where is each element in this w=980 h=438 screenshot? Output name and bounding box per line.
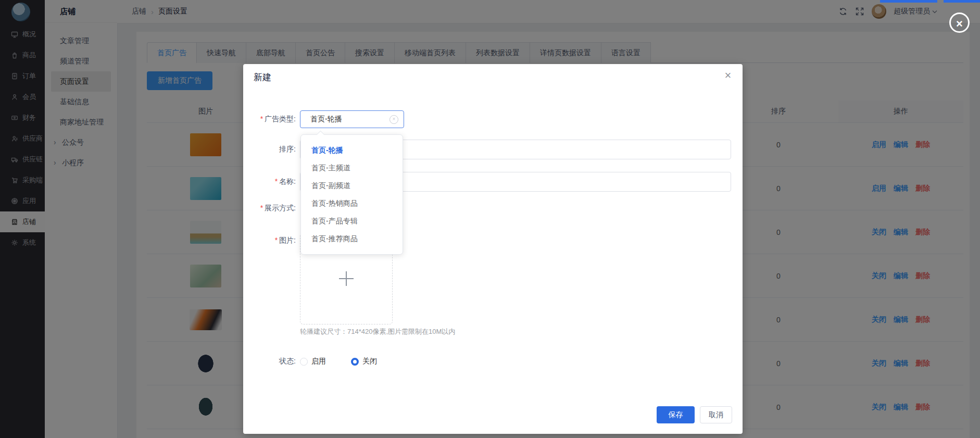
- dropdown-option-hot-goods[interactable]: 首页-热销商品: [301, 194, 403, 212]
- dropdown-option-carousel[interactable]: 首页-轮播: [301, 141, 403, 159]
- modal-close-icon[interactable]: ×: [722, 69, 734, 82]
- app-screen: 概况 商品 订单 会员 财务 供应商: [0, 0, 980, 438]
- status-radio-disable[interactable]: 关闭: [351, 357, 377, 366]
- radio-checked-icon: [351, 358, 359, 366]
- sort-label: 排序:: [243, 145, 296, 154]
- ad-type-select[interactable]: 首页-轮播 ×: [300, 110, 404, 128]
- status-radio-enable[interactable]: 启用: [300, 357, 326, 366]
- top-blue-strip: [880, 0, 937, 3]
- floating-close-button[interactable]: ×: [949, 12, 970, 33]
- cancel-button[interactable]: 取消: [700, 406, 732, 423]
- image-label: *图片:: [243, 236, 296, 324]
- dropdown-option-main-channel[interactable]: 首页-主频道: [301, 159, 403, 177]
- display-mode-label: *展示方式:: [243, 204, 296, 213]
- ad-type-dropdown: 首页-轮播 首页-主频道 首页-副频道 首页-热销商品 首页-产品专辑 首页-推…: [300, 134, 403, 255]
- modal-title: 新建: [254, 71, 271, 83]
- required-marker: *: [260, 204, 263, 212]
- required-marker: *: [260, 115, 263, 123]
- name-label: *名称:: [243, 177, 296, 186]
- status-label: 状态:: [243, 357, 296, 366]
- ad-type-label: *广告类型:: [243, 115, 296, 124]
- plus-icon: [339, 271, 354, 286]
- clear-icon[interactable]: ×: [390, 115, 398, 124]
- top-blue-strip: [944, 0, 980, 3]
- radio-icon: [300, 358, 308, 366]
- dropdown-option-sub-channel[interactable]: 首页-副频道: [301, 177, 403, 194]
- required-marker: *: [275, 177, 278, 185]
- ad-type-value: 首页-轮播: [310, 115, 390, 124]
- dropdown-option-product-album[interactable]: 首页-产品专辑: [301, 212, 403, 230]
- required-marker: *: [275, 236, 278, 244]
- dropdown-option-recommended[interactable]: 首页-推荐商品: [301, 230, 403, 247]
- save-button[interactable]: 保存: [657, 406, 695, 423]
- upload-hint: 轮播建议尺寸：714*420像素,图片需限制在10M以内: [300, 327, 455, 336]
